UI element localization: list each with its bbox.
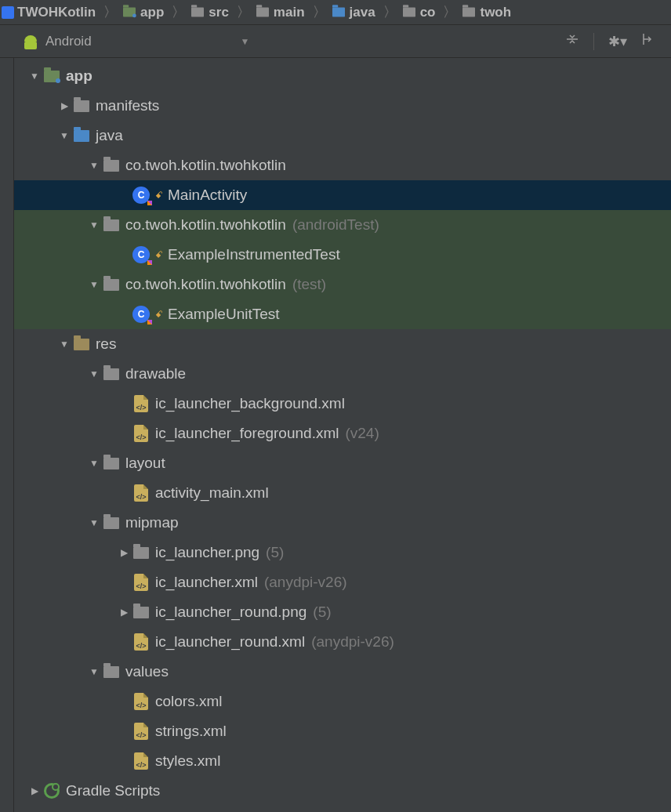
tree-item-suffix: (5) <box>266 544 284 561</box>
tree-row[interactable]: ▶CꗃMainActivity <box>14 180 671 210</box>
breadcrumb-item[interactable]: 〉co <box>382 0 442 24</box>
xml-file-icon <box>132 752 151 770</box>
folder-icon <box>102 276 121 293</box>
tree-item-label: app <box>66 67 92 85</box>
tree-item-label: Gradle Scripts <box>66 782 160 799</box>
android-icon <box>24 34 38 49</box>
chevron-down-icon[interactable]: ▼ <box>88 160 102 171</box>
tree-row[interactable]: ▶activity_main.xml <box>14 478 671 508</box>
tree-row[interactable]: ▶manifests <box>14 91 671 121</box>
tree-item-label: ExampleInstrumentedTest <box>168 246 340 263</box>
lock-icon: ꗃ <box>155 190 163 201</box>
left-gutter <box>0 58 14 812</box>
xml-file-icon <box>132 574 151 591</box>
chevron-down-icon[interactable]: ▼ <box>88 666 102 677</box>
tree-row[interactable]: ▶Gradle Scripts <box>14 776 671 806</box>
tree-row[interactable]: ▶styles.xml <box>14 746 671 776</box>
tree-item-label: java <box>96 127 123 144</box>
tree-row[interactable]: ▶ic_launcher_background.xml <box>14 389 671 419</box>
chevron-right-icon[interactable]: ▶ <box>58 100 72 111</box>
tree-item-label: drawable <box>125 365 186 382</box>
tree-item-label: ic_launcher.png <box>155 544 259 561</box>
project-tree: ▼app▶manifests▼java▼co.twoh.kotlin.twohk… <box>14 58 671 806</box>
breadcrumb-item[interactable]: 〉main <box>235 0 311 24</box>
tree-item-suffix: (5) <box>313 604 331 621</box>
tree-item-label: mipmap <box>125 514 179 531</box>
toolbar-divider <box>593 33 594 50</box>
tree-item-label: colors.xml <box>155 693 223 710</box>
tree-item-label: activity_main.xml <box>155 484 269 502</box>
resource-folder-icon <box>72 335 91 353</box>
chevron-down-icon[interactable]: ▼ <box>88 368 102 379</box>
breadcrumb-item[interactable]: 〉twoh <box>441 0 517 24</box>
xml-file-icon <box>132 484 151 502</box>
tree-item-label: ic_launcher_round.xml <box>155 633 305 651</box>
tree-row[interactable]: ▼drawable <box>14 359 671 389</box>
tree-item-label: MainActivity <box>168 187 247 204</box>
chevron-down-icon[interactable]: ▼ <box>28 71 42 82</box>
chevron-right-icon[interactable]: ▶ <box>118 607 132 618</box>
tree-row[interactable]: ▼co.twoh.kotlin.twohkotlin(test) <box>14 270 671 299</box>
tree-item-label: ic_launcher.xml <box>155 574 258 591</box>
xml-file-icon <box>132 633 151 651</box>
tree-item-suffix: (anydpi-v26) <box>311 633 394 651</box>
chevron-down-icon[interactable]: ▼ <box>88 517 102 528</box>
tree-row[interactable]: ▼values <box>14 657 671 687</box>
chevron-down-icon[interactable]: ▼ <box>88 219 102 230</box>
tree-item-label: strings.xml <box>155 723 227 740</box>
folder-icon <box>102 663 121 680</box>
tree-row[interactable]: ▶ic_launcher.png(5) <box>14 538 671 567</box>
tree-item-label: values <box>125 663 169 680</box>
tree-row[interactable]: ▼mipmap <box>14 508 671 538</box>
chevron-right-icon[interactable]: ▶ <box>28 785 42 796</box>
tree-row[interactable]: ▶colors.xml <box>14 687 671 716</box>
tree-item-label: co.twoh.kotlin.twohkotlin <box>125 157 286 174</box>
tree-row[interactable]: ▶ic_launcher_round.png(5) <box>14 597 671 627</box>
chevron-right-icon[interactable]: ▶ <box>118 547 132 558</box>
tree-row[interactable]: ▼java <box>14 121 671 150</box>
tree-item-label: manifests <box>96 97 159 114</box>
chevron-down-icon[interactable]: ▼ <box>88 458 102 469</box>
tree-row[interactable]: ▶CꗃExampleInstrumentedTest <box>14 240 671 270</box>
source-folder-icon <box>72 127 91 144</box>
tree-item-label: styles.xml <box>155 752 220 770</box>
project-view-toolbar: Android ▼ ✱▾ <box>0 25 671 58</box>
dropdown-arrow-icon[interactable]: ▼ <box>241 36 250 47</box>
breadcrumb-item[interactable]: TWOHKotlin <box>0 0 102 24</box>
tree-row[interactable]: ▶CꗃExampleUnitTest <box>14 299 671 329</box>
tree-row[interactable]: ▶strings.xml <box>14 716 671 746</box>
tree-item-label: ic_launcher_round.png <box>155 604 306 621</box>
module-folder-icon <box>42 67 61 85</box>
tree-row[interactable]: ▼co.twoh.kotlin.twohkotlin <box>14 150 671 180</box>
tree-row[interactable]: ▼co.twoh.kotlin.twohkotlin(androidTest) <box>14 210 671 240</box>
tree-row[interactable]: ▼layout <box>14 448 671 478</box>
xml-file-icon <box>132 395 151 412</box>
chevron-down-icon[interactable]: ▼ <box>58 130 72 141</box>
folder-icon <box>102 157 121 174</box>
tree-row[interactable]: ▶ic_launcher_foreground.xml(v24) <box>14 419 671 448</box>
tree-row[interactable]: ▶ic_launcher_round.xml(anydpi-v26) <box>14 627 671 657</box>
folder-icon <box>72 97 91 114</box>
gradle-icon <box>42 782 61 799</box>
breadcrumb-item[interactable]: 〉src <box>170 0 235 24</box>
folder-icon <box>102 365 121 382</box>
chevron-down-icon[interactable]: ▼ <box>88 279 102 290</box>
tree-item-label: ic_launcher_background.xml <box>155 395 345 412</box>
kotlin-class-icon: C <box>132 246 151 263</box>
hide-panel-icon[interactable] <box>641 32 654 50</box>
gear-icon[interactable]: ✱▾ <box>608 33 627 50</box>
tree-item-label: ic_launcher_foreground.xml <box>155 425 339 442</box>
chevron-down-icon[interactable]: ▼ <box>58 339 72 350</box>
xml-file-icon <box>132 693 151 710</box>
tree-item-label: ExampleUnitTest <box>168 306 280 323</box>
tree-item-suffix: (v24) <box>345 425 379 442</box>
breadcrumb-item[interactable]: 〉app <box>102 0 170 24</box>
folder-icon <box>102 514 121 531</box>
folder-icon <box>102 216 121 234</box>
tree-row[interactable]: ▼app <box>14 61 671 91</box>
breadcrumb-item[interactable]: 〉java <box>311 0 382 24</box>
tree-row[interactable]: ▼res <box>14 329 671 359</box>
tree-row[interactable]: ▶ic_launcher.xml(anydpi-v26) <box>14 567 671 597</box>
project-view-dropdown[interactable]: Android <box>45 34 92 49</box>
collapse-icon[interactable] <box>565 32 579 50</box>
